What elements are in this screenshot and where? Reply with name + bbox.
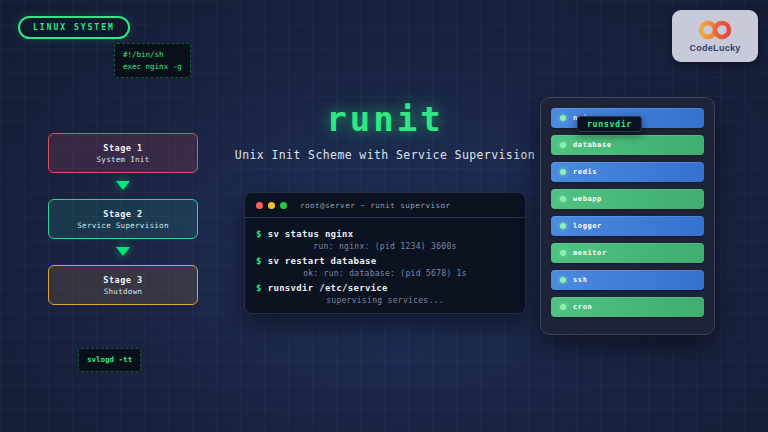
runsvdir-tooltip: runsvdir: [577, 116, 642, 132]
status-dot-icon: [560, 142, 566, 148]
stage-1-title: Stage 1: [103, 143, 142, 153]
terminal-title: root@server ~ runit supervisor: [300, 201, 450, 210]
stage-3-subtitle: Shutdown: [104, 287, 143, 296]
stage-2-subtitle: Service Supervision: [77, 221, 169, 230]
hero-section: runit Unix Init Scheme with Service Supe…: [214, 99, 556, 162]
shebang-line-1: #!/bin/sh: [123, 50, 164, 59]
arrow-down-icon: [116, 181, 130, 190]
status-dot-icon: [560, 169, 566, 175]
service-bar-logger: logger: [551, 216, 704, 236]
status-dot-icon: [560, 250, 566, 256]
command-text: sv restart database: [268, 256, 377, 266]
shebang-code-box: #!/bin/sh exec nginx -g: [114, 43, 191, 78]
command-output: supervising services...: [256, 296, 514, 305]
status-dot-icon: [560, 277, 566, 283]
service-name: webapp: [573, 195, 602, 203]
command-text: runsvdir /etc/service: [268, 283, 388, 293]
status-dot-icon: [560, 304, 566, 310]
service-name: logger: [573, 222, 602, 230]
prompt-symbol: $: [256, 283, 262, 293]
terminal-titlebar: root@server ~ runit supervisor: [245, 193, 525, 218]
maximize-icon[interactable]: [280, 202, 287, 209]
stage-flow-diagram: Stage 1 System Init Stage 2 Service Supe…: [48, 133, 198, 305]
service-bar-webapp: webapp: [551, 189, 704, 209]
command-line: $sv status nginx: [256, 229, 514, 239]
linux-system-badge: LINUX SYSTEM: [18, 16, 130, 39]
arrow-down-icon: [116, 247, 130, 256]
stage-box-3: Stage 3 Shutdown: [48, 265, 198, 305]
stage-2-title: Stage 2: [103, 209, 142, 219]
service-name: ssh: [573, 276, 587, 284]
command-line: $runsvdir /etc/service: [256, 283, 514, 293]
service-bar-cron: cron: [551, 297, 704, 317]
terminal-window: root@server ~ runit supervisor $sv statu…: [244, 192, 526, 314]
close-icon[interactable]: [256, 202, 263, 209]
command-text: sv status nginx: [268, 229, 354, 239]
brand-name: CodeLucky: [689, 43, 740, 53]
status-dot-icon: [560, 115, 566, 121]
infinity-logo-icon: [696, 20, 734, 40]
service-bar-nginx: nginx runsvdir: [551, 108, 704, 128]
service-bar-database: database: [551, 135, 704, 155]
terminal-body: $sv status nginx run: nginx: (pid 1234) …: [245, 218, 525, 313]
service-name: database: [573, 141, 612, 149]
page-title: runit: [214, 99, 556, 139]
stage-box-1: Stage 1 System Init: [48, 133, 198, 173]
service-bar-monitor: monitor: [551, 243, 704, 263]
stage-box-2: Stage 2 Service Supervision: [48, 199, 198, 239]
prompt-symbol: $: [256, 229, 262, 239]
svlogd-code-box: svlogd -tt: [78, 348, 141, 372]
slide-canvas: LINUX SYSTEM #!/bin/sh exec nginx -g Sta…: [0, 0, 768, 432]
service-bar-redis: redis: [551, 162, 704, 182]
page-subtitle: Unix Init Scheme with Service Supervisio…: [214, 148, 556, 162]
service-name: redis: [573, 168, 597, 176]
brand-logo-card: CodeLucky: [672, 10, 758, 62]
services-panel: nginx runsvdir database redis webapp log…: [540, 97, 715, 335]
stage-1-subtitle: System Init: [97, 155, 150, 164]
status-dot-icon: [560, 223, 566, 229]
command-output: run: nginx: (pid 1234) 3600s: [256, 242, 514, 251]
service-name: cron: [573, 303, 592, 311]
status-dot-icon: [560, 196, 566, 202]
command-output: ok: run: database: (pid 5678) 1s: [256, 269, 514, 278]
command-line: $sv restart database: [256, 256, 514, 266]
service-name: monitor: [573, 249, 607, 257]
stage-3-title: Stage 3: [103, 275, 142, 285]
minimize-icon[interactable]: [268, 202, 275, 209]
prompt-symbol: $: [256, 256, 262, 266]
service-bar-ssh: ssh: [551, 270, 704, 290]
shebang-line-2: exec nginx -g: [123, 62, 182, 71]
